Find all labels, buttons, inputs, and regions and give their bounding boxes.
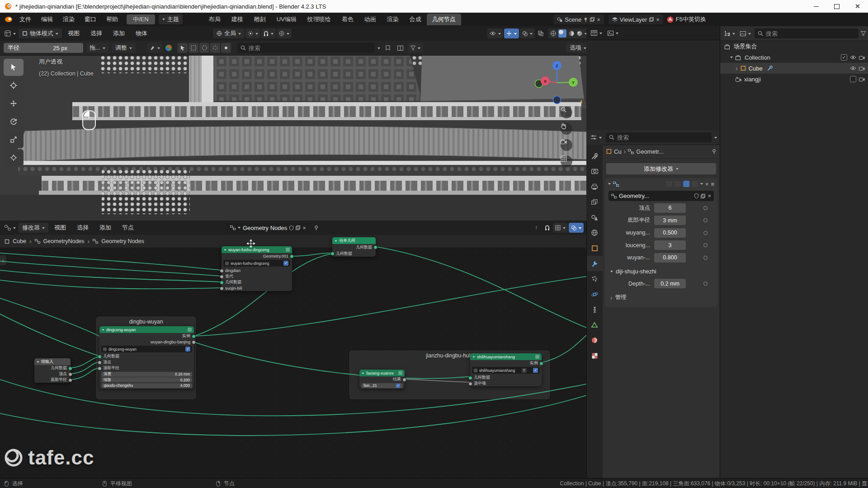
workspace-tab-shading[interactable]: 着色 xyxy=(336,14,359,25)
expand-icon[interactable] xyxy=(730,56,733,60)
node-input[interactable]: 顶部半径 xyxy=(99,365,194,371)
section-diji-header[interactable]: diji-shuju-shezhi xyxy=(605,266,717,277)
gizmos-toggle[interactable] xyxy=(504,28,519,38)
select-paint-button[interactable] xyxy=(221,43,231,53)
camera-view-button[interactable] xyxy=(561,139,572,151)
node-output-instance[interactable]: 实例 xyxy=(99,333,194,339)
adjust-dropdown[interactable]: 调整 xyxy=(112,43,136,53)
split-layout-icon[interactable] xyxy=(396,43,406,53)
tab-physics[interactable] xyxy=(586,286,603,302)
sidebar-collapse-arrow[interactable]: ‹ xyxy=(580,97,583,106)
node-header[interactable]: wuyan-fushu-dingceng xyxy=(222,246,292,253)
decorator-dot-icon[interactable] xyxy=(703,243,708,247)
tool-scale[interactable] xyxy=(4,131,24,148)
spreadsheet-editor-type-button[interactable] xyxy=(589,28,604,38)
panel-expand-icon[interactable] xyxy=(608,183,611,186)
socket-output-icon[interactable] xyxy=(68,378,72,382)
transform-orientation-dropdown[interactable]: 全局 xyxy=(213,28,245,38)
workspace-tab-rendering[interactable]: 渲染 xyxy=(382,14,404,25)
viewport-menu-select[interactable]: 选择 xyxy=(85,29,107,38)
node-header[interactable]: dingceng-wuyan xyxy=(99,326,194,333)
minimize-button[interactable] xyxy=(806,0,826,13)
socket-output-icon[interactable] xyxy=(373,245,377,249)
socket-input-icon[interactable] xyxy=(220,275,224,279)
socket-output-icon[interactable] xyxy=(539,361,543,366)
node-group-name-field[interactable]: Geometry... xyxy=(609,191,714,201)
collapse-icon[interactable] xyxy=(473,357,475,359)
color-palette-icon[interactable] xyxy=(165,44,172,52)
node-output[interactable]: 顶点 xyxy=(34,371,71,377)
modifier-menu-icon[interactable] xyxy=(711,181,714,188)
fake-user-shield-icon[interactable] xyxy=(694,193,698,198)
tool-move[interactable] xyxy=(4,95,24,112)
enabled-check-icon[interactable] xyxy=(533,368,538,373)
workspace-tab-uv[interactable]: UV编辑 xyxy=(271,14,302,25)
display-render-toggle[interactable] xyxy=(692,181,698,187)
node-snapping-dropdown[interactable] xyxy=(553,223,568,233)
geometry-node-editor[interactable]: 修改器 视图 选择 添加 节点 Geometry Nodes xyxy=(0,221,587,478)
decorator-dot-icon[interactable] xyxy=(703,206,708,210)
copy-icon[interactable] xyxy=(701,194,705,198)
collapse-icon[interactable] xyxy=(335,240,337,243)
display-edit-mode-toggle[interactable] xyxy=(666,181,672,187)
outliner-search-input[interactable] xyxy=(766,30,855,37)
node-input[interactable]: 选中项 xyxy=(470,380,542,386)
shading-solid-button[interactable] xyxy=(558,29,566,38)
decorator-dot-icon[interactable] xyxy=(703,218,708,222)
node-overlays-toggle[interactable] xyxy=(569,223,584,233)
fake-user-shield-icon[interactable] xyxy=(289,225,293,230)
select-circle-button[interactable] xyxy=(199,43,209,53)
node-input-geometry[interactable]: 几何数据 xyxy=(332,250,376,257)
snap-node-icon[interactable] xyxy=(542,223,552,233)
node-menu-view[interactable]: 视图 xyxy=(49,224,71,232)
socket-input-icon[interactable] xyxy=(220,269,224,273)
outliner-row-scene-collection[interactable]: 场景集合 xyxy=(720,41,868,52)
socket-input-icon[interactable] xyxy=(468,382,472,386)
enabled-check-icon[interactable] xyxy=(396,383,400,387)
pivot-point-dropdown[interactable] xyxy=(245,28,260,38)
node-menu-select[interactable]: 选择 xyxy=(72,224,94,232)
zoom-button[interactable] xyxy=(561,107,572,118)
tab-output[interactable] xyxy=(586,179,603,194)
node-group-selector[interactable]: wuyan-fushu-dingceng xyxy=(223,260,290,267)
brush-radius-slider[interactable]: 半径 25 px xyxy=(4,43,83,53)
outliner-editor-type-button[interactable] xyxy=(723,28,736,38)
socket-output-icon[interactable] xyxy=(68,372,72,376)
close-button[interactable]: ✕ xyxy=(847,0,868,13)
workspace-tab-sculpt[interactable]: 雕刻 xyxy=(249,14,271,25)
disable-render-camera-icon[interactable] xyxy=(859,55,865,60)
select-box-button[interactable] xyxy=(189,43,198,53)
enabled-check-icon[interactable] xyxy=(283,261,288,266)
theme-dropdown[interactable]: 主题 xyxy=(159,14,183,24)
node-output-instance[interactable]: 实例 xyxy=(470,360,542,366)
shading-wireframe-button[interactable] xyxy=(550,30,557,37)
unlink-node-group-icon[interactable] xyxy=(708,192,711,199)
snap-toggle[interactable] xyxy=(261,28,276,38)
decorator-dot-icon[interactable] xyxy=(703,231,708,235)
collapse-icon[interactable] xyxy=(102,329,104,332)
socket-output-icon[interactable] xyxy=(402,378,406,382)
node-slider-faxi[interactable]: faxi...21 xyxy=(361,383,403,388)
node-group-selector[interactable]: dingceng-wuyan xyxy=(101,346,192,352)
browse-icon[interactable] xyxy=(474,369,477,372)
viewport-menu-view[interactable]: 视图 xyxy=(63,29,85,38)
node-input[interactable]: dingdian xyxy=(222,267,292,273)
viewport-scene-temple[interactable] xyxy=(0,55,586,221)
f5-language-addon-button[interactable]: F5中英切换 xyxy=(663,14,710,24)
hide-eye-icon[interactable] xyxy=(850,55,856,60)
chevron-down-icon[interactable] xyxy=(377,47,380,51)
tab-viewlayer[interactable] xyxy=(586,194,603,210)
field-value-slider[interactable]: 0.500 xyxy=(654,228,686,238)
properties-search-input[interactable] xyxy=(617,134,708,141)
modifier-extras-icon[interactable] xyxy=(700,183,703,186)
editor-type-button[interactable] xyxy=(3,28,18,38)
viewport-menu-add[interactable]: 添加 xyxy=(108,29,130,38)
viewport-menu-object[interactable]: 物体 xyxy=(131,29,152,38)
new-viewlayer-icon[interactable] xyxy=(649,17,654,22)
node-header[interactable]: 组输入 xyxy=(34,358,71,365)
filter-dropdown[interactable] xyxy=(408,43,423,53)
menu-file[interactable]: 文件 xyxy=(14,15,36,23)
workspace-tab-compositing[interactable]: 合成 xyxy=(404,14,427,25)
decorator-dot-icon[interactable] xyxy=(703,282,708,286)
mode-dropdown[interactable]: 物体模式 xyxy=(19,28,62,38)
